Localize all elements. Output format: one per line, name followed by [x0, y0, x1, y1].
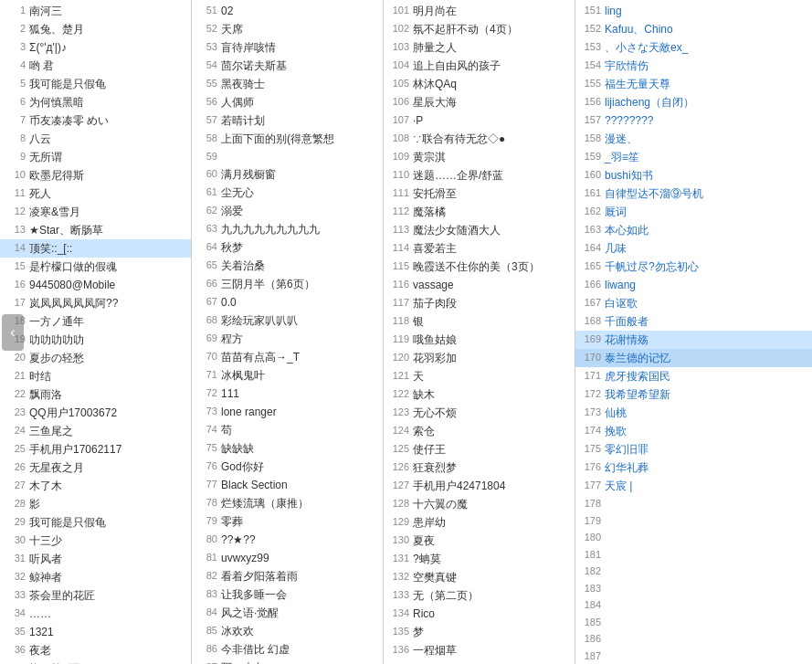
list-item[interactable]: 71冰枫鬼叶	[192, 366, 383, 385]
list-item[interactable]: 156lijiacheng（自闭）	[575, 93, 812, 111]
list-item[interactable]: 5102	[192, 2, 383, 20]
list-item[interactable]: 31听风者	[0, 550, 191, 568]
list-item[interactable]: 105林沐QAq	[384, 75, 575, 93]
list-item[interactable]: 155福生无量天尊	[575, 75, 812, 93]
list-item[interactable]: 11死人	[0, 184, 191, 203]
list-item[interactable]: 132空樊真键	[384, 568, 575, 586]
list-item[interactable]: 160bushi知书	[575, 166, 812, 184]
list-item[interactable]: 28影	[0, 495, 191, 513]
list-item[interactable]: 112魔落橘	[384, 203, 575, 221]
list-item[interactable]: 80??★??	[192, 531, 383, 549]
list-item[interactable]: 12凌寒&雪月	[0, 203, 191, 221]
list-item[interactable]: 62溺爱	[192, 202, 383, 220]
list-item[interactable]: 151ling	[575, 2, 812, 20]
list-item[interactable]: 121天	[384, 367, 575, 385]
list-item[interactable]: 61尘无心	[192, 184, 383, 202]
list-item[interactable]: 20夏步の轻愁	[0, 349, 191, 367]
list-item[interactable]: 63九九九九九九九九九	[192, 220, 383, 238]
list-item[interactable]: 176幻华礼葬	[575, 458, 812, 477]
list-item[interactable]: 24三鱼尾之	[0, 422, 191, 440]
list-item[interactable]: 108∵联合有待无忿◇●	[384, 130, 575, 148]
list-item[interactable]: 60满月残橱窗	[192, 165, 383, 184]
list-item[interactable]: 4哟 君	[0, 57, 191, 75]
list-item[interactable]: 172我希望希望新	[575, 385, 812, 404]
list-item[interactable]: 69程方	[192, 330, 383, 348]
list-item[interactable]: 113魔法少女随酒大人	[384, 221, 575, 239]
list-item[interactable]: 1南河三	[0, 2, 191, 20]
list-item[interactable]: 37旖（第7页）	[0, 659, 191, 664]
list-item[interactable]: 22飘雨洛	[0, 385, 191, 404]
list-item[interactable]: 116vassage	[384, 276, 575, 294]
list-item[interactable]: 162厩词	[575, 203, 812, 221]
column-3[interactable]: 101明月尚在102氛不起肝不动（4页）103肺量之人104追上自由风的孩子10…	[384, 0, 575, 664]
list-item[interactable]: 164几味	[575, 239, 812, 258]
list-item[interactable]: 174挽歌	[575, 422, 812, 440]
list-item[interactable]: 185	[575, 614, 812, 631]
list-item[interactable]: 21时结	[0, 367, 191, 385]
list-item[interactable]: 166liwang	[575, 276, 812, 294]
list-item[interactable]: 118银	[384, 312, 575, 331]
list-item[interactable]: 36夜老	[0, 641, 191, 659]
list-item[interactable]: 134Rico	[384, 605, 575, 623]
list-item[interactable]: 101明月尚在	[384, 2, 575, 20]
column-2[interactable]: 510252天席53盲待岸咳情54茴尔诺夫斯基55黑夜骑士56人偶师57若晴计划…	[192, 0, 384, 664]
list-item[interactable]: 30十三少	[0, 532, 191, 550]
list-item[interactable]: 125使仔王	[384, 440, 575, 458]
list-item[interactable]: 177天宸 |	[575, 477, 812, 495]
list-item[interactable]: 180	[575, 529, 812, 546]
list-item[interactable]: 670.0	[192, 293, 383, 311]
list-item[interactable]: 130夏夜	[384, 532, 575, 550]
list-item[interactable]: 109黄宗淇	[384, 148, 575, 166]
list-item[interactable]: 23QQ用户17003672	[0, 404, 191, 422]
list-item[interactable]: 33茶会里的花匠	[0, 586, 191, 605]
list-item[interactable]: 58上面下面的别(得意繁想	[192, 130, 383, 148]
list-item[interactable]: 27木了木	[0, 477, 191, 495]
list-item[interactable]: 68彩绘玩家叭叭叭	[192, 311, 383, 330]
list-item[interactable]: 19叻叻叻叻叻	[0, 331, 191, 349]
list-item[interactable]: 86今非借比 幻虚	[192, 640, 383, 659]
list-item[interactable]: 179	[575, 512, 812, 530]
list-item[interactable]: 157????????	[575, 111, 812, 130]
list-item[interactable]: 34……	[0, 605, 191, 623]
list-item[interactable]: 182	[575, 563, 812, 580]
list-item[interactable]: 114喜爱若主	[384, 239, 575, 258]
list-item[interactable]: 183	[575, 580, 812, 597]
list-item[interactable]: 10欧墨尼得斯	[0, 166, 191, 184]
list-item[interactable]: 57若晴计划	[192, 111, 383, 130]
list-item[interactable]: 56人偶师	[192, 93, 383, 111]
list-item[interactable]: 152Kafuu、Chino	[575, 20, 812, 38]
list-item[interactable]: 55黑夜骑士	[192, 75, 383, 93]
list-item[interactable]: 120花羽彩加	[384, 349, 575, 367]
list-item[interactable]: 169445080@Mobile	[0, 276, 191, 294]
list-item[interactable]: 8八云	[0, 130, 191, 148]
list-item[interactable]: 128十六翼の魔	[384, 495, 575, 513]
list-item[interactable]: 78烂矮流璃（康推）	[192, 494, 383, 512]
list-item[interactable]: 167白讴歌	[575, 294, 812, 312]
list-item[interactable]: 351321	[0, 623, 191, 641]
list-item[interactable]: 32鲸神者	[0, 568, 191, 586]
list-item[interactable]: 106星辰大海	[384, 93, 575, 111]
list-item[interactable]: 53盲待岸咳情	[192, 38, 383, 57]
column-4[interactable]: 151ling152Kafuu、Chino153、小さな天敵ex_154宇欣情伤…	[575, 0, 812, 664]
list-item[interactable]: 133无（第二页）	[384, 586, 575, 605]
column-1[interactable]: ‹ 1南河三2狐兔、楚月3Σ(°'д'|)♪4哟 君5我可能是只假龟6为何慎黑暗…	[0, 0, 192, 664]
list-item[interactable]: 153、小さな天敵ex_	[575, 38, 812, 57]
list-item[interactable]: 79零葬	[192, 512, 383, 531]
list-item[interactable]: 73lone ranger	[192, 403, 383, 421]
list-item[interactable]: 2狐兔、楚月	[0, 20, 191, 38]
list-item[interactable]: 187	[575, 648, 812, 665]
list-item[interactable]: 18一方ノ通年	[0, 312, 191, 331]
list-item[interactable]: 110迷题……企界/舒蓝	[384, 166, 575, 184]
list-item[interactable]: 85冰欢欢	[192, 622, 383, 640]
list-item[interactable]: 81uvwxyz99	[192, 549, 383, 567]
list-item[interactable]: 84风之语·觉醒	[192, 604, 383, 622]
list-item[interactable]: 102氛不起肝不动（4页）	[384, 20, 575, 38]
list-item[interactable]: 75缺缺缺	[192, 439, 383, 458]
list-item[interactable]: 66三阴月半（第6页）	[192, 275, 383, 293]
list-item[interactable]: 7币友凑凑零 めい	[0, 111, 191, 130]
list-item[interactable]: 87阿一未久	[192, 659, 383, 665]
list-item[interactable]: 161自律型达不溜⑨号机	[575, 184, 812, 203]
list-item[interactable]: 184	[575, 596, 812, 614]
list-item[interactable]: 17岚凤凤凤凤凤阿??	[0, 294, 191, 312]
list-item[interactable]: 117茄子肉段	[384, 294, 575, 312]
